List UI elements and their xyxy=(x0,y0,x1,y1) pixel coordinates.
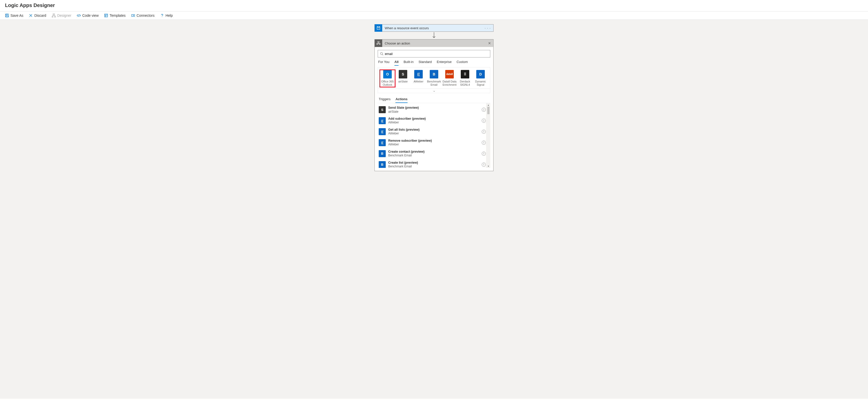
action-row[interactable]: ((Get all lists (preview)AWeberi xyxy=(378,126,490,137)
action-row-title: Add subscriber (preview) xyxy=(388,117,479,121)
action-row[interactable]: SSend Slate (preview)airSlatei xyxy=(378,104,490,115)
connector-icon: O xyxy=(383,70,392,78)
scrollbar[interactable]: ▴ ▾ xyxy=(486,103,490,168)
svg-rect-11 xyxy=(55,16,56,17)
action-row-text: Send Slate (preview)airSlate xyxy=(388,106,479,114)
action-row-title: Create contact (preview) xyxy=(388,150,479,154)
info-icon[interactable]: i xyxy=(482,119,486,123)
action-row-icon: (( xyxy=(379,117,386,124)
connector-arrow xyxy=(374,32,494,39)
info-icon[interactable]: i xyxy=(482,152,486,156)
connectors-box: OOffice 365 OutlookSairSlate((AWeberBBen… xyxy=(378,67,490,93)
filter-tab-custom[interactable]: Custom xyxy=(457,60,468,66)
connector-label: Data8 Data Enrichment xyxy=(442,80,457,87)
info-icon[interactable]: i xyxy=(482,141,486,145)
action-row[interactable]: ((Add subscriber (preview)AWeberi xyxy=(378,115,490,126)
scroll-down-icon[interactable]: ▾ xyxy=(487,164,490,168)
action-row-text: Remove subscriber (preview)AWeber xyxy=(388,139,479,147)
discard-button[interactable]: Discard xyxy=(29,13,46,18)
trigger-icon xyxy=(375,24,382,32)
filter-tab-built-in[interactable]: Built-in xyxy=(403,60,413,66)
page-title: Logic Apps Designer xyxy=(0,0,868,11)
save-as-button[interactable]: Save As xyxy=(5,13,23,18)
designer-icon xyxy=(52,13,56,18)
choose-action-header: Choose an action ✕ xyxy=(375,39,493,47)
result-tab-actions[interactable]: Actions xyxy=(396,97,407,103)
help-button[interactable]: Help xyxy=(160,13,173,18)
action-row-icon: S xyxy=(379,106,386,113)
svg-line-12 xyxy=(79,14,79,17)
svg-rect-23 xyxy=(377,43,378,44)
svg-line-26 xyxy=(382,55,383,55)
action-row-text: Create list (preview)Benchmark Email xyxy=(388,161,479,168)
connector-office-365-outlook[interactable]: OOffice 365 Outlook xyxy=(380,70,395,87)
connectors-button[interactable]: Connectors xyxy=(131,13,155,18)
scroll-thumb[interactable] xyxy=(487,107,490,114)
connector-icon: B xyxy=(430,70,438,78)
filter-tab-enterprise[interactable]: Enterprise xyxy=(437,60,452,66)
connector-airslate[interactable]: SairSlate xyxy=(396,70,410,87)
action-row-title: Remove subscriber (preview) xyxy=(388,139,479,143)
save-icon xyxy=(5,13,9,18)
svg-rect-5 xyxy=(53,14,55,15)
result-tab-triggers[interactable]: Triggers xyxy=(379,97,391,103)
action-row-subtitle: Benchmark Email xyxy=(388,165,479,168)
filter-tabs: For YouAllBuilt-inStandardEnterpriseCust… xyxy=(378,58,490,66)
filter-tab-for-you[interactable]: For You xyxy=(378,60,390,66)
action-row-subtitle: AWeber xyxy=(388,121,479,125)
action-step-icon xyxy=(375,39,382,47)
connector-benchmark-email[interactable]: BBenchmark Email xyxy=(427,70,441,87)
trigger-card[interactable]: When a resource event occurs · · · xyxy=(374,24,494,32)
svg-rect-13 xyxy=(104,14,107,17)
templates-label: Templates xyxy=(110,13,126,18)
trigger-title: When a resource event occurs xyxy=(382,26,482,30)
result-tabs: TriggersActions xyxy=(378,93,490,103)
filter-tab-all[interactable]: All xyxy=(395,60,399,66)
info-icon[interactable]: i xyxy=(482,108,486,112)
svg-rect-1 xyxy=(6,14,7,15)
svg-rect-2 xyxy=(6,16,8,17)
action-row[interactable]: BCreate contact (preview)Benchmark Email… xyxy=(378,148,490,159)
info-icon[interactable]: i xyxy=(482,163,486,167)
connector-label: Benchmark Email xyxy=(427,80,441,87)
action-row-text: Get all lists (preview)AWeber xyxy=(388,128,479,136)
connector-dynamic-signal[interactable]: DDynamic Signal xyxy=(473,70,488,87)
info-icon[interactable]: i xyxy=(482,130,486,134)
search-icon xyxy=(380,52,383,56)
workflow-column: When a resource event occurs · · · Choos… xyxy=(374,24,494,399)
scroll-up-icon[interactable]: ▴ xyxy=(487,103,490,107)
svg-rect-20 xyxy=(378,41,379,42)
action-row-subtitle: airSlate xyxy=(388,110,479,114)
action-row[interactable]: ((Remove subscriber (preview)AWeberi xyxy=(378,137,490,148)
help-icon xyxy=(160,13,164,18)
filter-tab-standard[interactable]: Standard xyxy=(418,60,432,66)
connector-icon: data8 xyxy=(445,70,454,78)
connector-data8-data-enrichment[interactable]: data8Data8 Data Enrichment xyxy=(442,70,457,87)
action-search-box[interactable] xyxy=(378,50,490,58)
toolbar: Save As Discard Designer Code view Templ… xyxy=(0,11,868,20)
svg-point-25 xyxy=(380,53,382,55)
svg-point-17 xyxy=(162,16,162,17)
action-search-input[interactable] xyxy=(385,52,488,56)
expand-connectors-button[interactable]: ⌄ xyxy=(378,89,490,93)
choose-action-title: Choose an action xyxy=(382,41,486,45)
designer-canvas: When a resource event occurs · · · Choos… xyxy=(0,20,868,399)
connector-icon: D xyxy=(476,70,485,78)
code-view-button[interactable]: Code view xyxy=(77,13,98,18)
action-list: SSend Slate (preview)airSlatei((Add subs… xyxy=(378,103,490,168)
templates-button[interactable]: Templates xyxy=(104,13,126,18)
action-row-icon: (( xyxy=(379,139,386,146)
close-panel-button[interactable]: ✕ xyxy=(486,41,493,45)
action-row[interactable]: BCreate list (preview)Benchmark Emaili xyxy=(378,159,490,168)
action-row-subtitle: Benchmark Email xyxy=(388,154,479,158)
trigger-menu-button[interactable]: · · · xyxy=(482,26,493,30)
connector-aweber[interactable]: ((AWeber xyxy=(411,70,426,87)
action-row-icon: B xyxy=(379,150,386,157)
help-label: Help xyxy=(165,13,173,18)
connector-label: AWeber xyxy=(411,80,426,83)
discard-label: Discard xyxy=(34,13,46,18)
connector-label: airSlate xyxy=(396,80,410,83)
designer-label: Designer xyxy=(57,13,71,18)
action-row-title: Create list (preview) xyxy=(388,161,479,165)
connector-derdack-signl4[interactable]: ⠿Derdack SIGNL4 xyxy=(458,70,472,87)
